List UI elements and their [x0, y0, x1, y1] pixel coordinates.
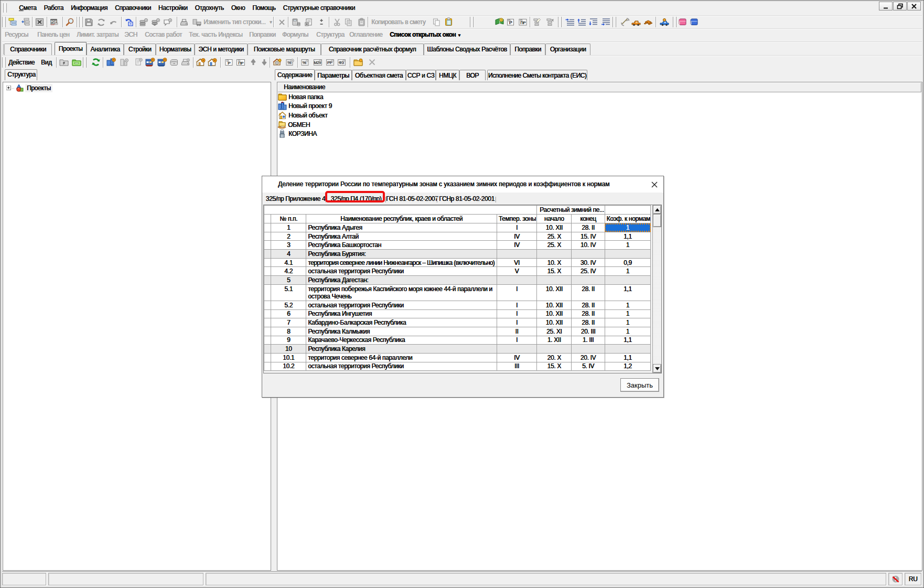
svg-text:%: % — [303, 60, 306, 65]
svg-text:%: % — [287, 60, 291, 65]
